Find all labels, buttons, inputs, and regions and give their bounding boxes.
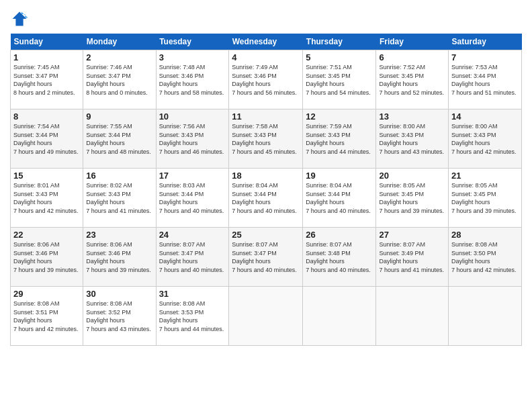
table-row [376, 287, 449, 346]
daylight-label: Daylight hours [379, 258, 418, 265]
calendar-week-row: 29 Sunrise: 8:08 AM Sunset: 3:51 PM Dayl… [11, 287, 522, 346]
table-row: 20 Sunrise: 8:05 AM Sunset: 3:45 PM Dayl… [376, 169, 449, 228]
day-info: Sunrise: 7:59 AM Sunset: 3:43 PM Dayligh… [306, 122, 373, 156]
sunset-label: Sunset: 3:45 PM [379, 73, 424, 79]
day-info: Sunrise: 8:03 AM Sunset: 3:44 PM Dayligh… [159, 181, 226, 215]
logo-icon [10, 9, 29, 28]
sunset-label: Sunset: 3:45 PM [451, 191, 496, 197]
sunset-label: Sunset: 3:43 PM [13, 191, 58, 197]
day-number: 19 [306, 171, 373, 181]
sunset-label: Sunset: 3:46 PM [13, 250, 58, 257]
sunrise-label: Sunrise: 8:07 AM [232, 241, 278, 248]
calendar-week-row: 22 Sunrise: 8:06 AM Sunset: 3:46 PM Dayl… [11, 228, 522, 287]
day-info: Sunrise: 8:00 AM Sunset: 3:43 PM Dayligh… [451, 122, 519, 156]
day-info: Sunrise: 8:08 AM Sunset: 3:51 PM Dayligh… [13, 300, 80, 333]
sunset-label: Sunset: 3:53 PM [159, 309, 204, 316]
sunrise-label: Sunrise: 7:55 AM [86, 123, 132, 130]
sunrise-label: Sunrise: 8:08 AM [86, 300, 132, 307]
daylight-value: 7 hours and 48 minutes. [86, 148, 151, 155]
table-row: 7 Sunrise: 7:53 AM Sunset: 3:44 PM Dayli… [449, 50, 522, 109]
table-row: 10 Sunrise: 7:56 AM Sunset: 3:43 PM Dayl… [156, 109, 229, 169]
day-info: Sunrise: 8:05 AM Sunset: 3:45 PM Dayligh… [379, 181, 445, 215]
daylight-value: 7 hours and 41 minutes. [86, 208, 151, 214]
day-info: Sunrise: 7:54 AM Sunset: 3:44 PM Dayligh… [13, 122, 80, 156]
sunset-label: Sunset: 3:43 PM [451, 132, 496, 138]
day-number: 2 [86, 52, 152, 62]
daylight-label: Daylight hours [13, 317, 52, 324]
sunrise-label: Sunrise: 7:51 AM [306, 64, 352, 71]
daylight-value: 7 hours and 58 minutes. [159, 89, 224, 96]
day-number: 13 [379, 111, 445, 122]
day-number: 8 [13, 111, 80, 122]
sunset-label: Sunset: 3:43 PM [159, 132, 204, 138]
sunset-label: Sunset: 3:50 PM [451, 250, 496, 257]
sunrise-label: Sunrise: 8:00 AM [379, 123, 425, 130]
day-number: 29 [13, 289, 80, 299]
table-row: 8 Sunrise: 7:54 AM Sunset: 3:44 PM Dayli… [11, 109, 83, 169]
daylight-label: Daylight hours [86, 199, 125, 205]
day-info: Sunrise: 7:51 AM Sunset: 3:45 PM Dayligh… [306, 63, 373, 97]
day-number: 22 [13, 230, 80, 240]
table-row: 24 Sunrise: 8:07 AM Sunset: 3:47 PM Dayl… [156, 228, 229, 287]
sunrise-label: Sunrise: 7:48 AM [159, 64, 206, 71]
daylight-label: Daylight hours [86, 317, 125, 324]
daylight-value: 7 hours and 40 minutes. [232, 267, 297, 273]
day-info: Sunrise: 8:07 AM Sunset: 3:47 PM Dayligh… [232, 240, 300, 274]
daylight-value: 7 hours and 39 minutes. [13, 267, 79, 273]
sunrise-label: Sunrise: 8:04 AM [232, 182, 278, 189]
daylight-label: Daylight hours [13, 258, 52, 265]
sunrise-label: Sunrise: 7:58 AM [232, 123, 278, 130]
sunset-label: Sunset: 3:43 PM [232, 132, 277, 138]
sunrise-label: Sunrise: 7:45 AM [13, 64, 60, 71]
day-number: 27 [379, 230, 445, 240]
daylight-label: Daylight hours [159, 317, 198, 324]
sunrise-label: Sunrise: 8:05 AM [379, 182, 425, 189]
table-row: 12 Sunrise: 7:59 AM Sunset: 3:43 PM Dayl… [303, 109, 376, 169]
day-number: 28 [451, 230, 519, 240]
day-number: 10 [159, 111, 226, 122]
daylight-value: 7 hours and 40 minutes. [306, 208, 371, 214]
sunrise-label: Sunrise: 8:04 AM [306, 182, 352, 189]
day-info: Sunrise: 7:45 AM Sunset: 3:47 PM Dayligh… [13, 63, 80, 97]
daylight-value: 7 hours and 51 minutes. [451, 89, 517, 96]
table-row: 18 Sunrise: 8:04 AM Sunset: 3:44 PM Dayl… [229, 169, 303, 228]
day-number: 31 [159, 289, 226, 299]
sunset-label: Sunset: 3:49 PM [379, 250, 424, 257]
day-number: 17 [159, 171, 226, 181]
daylight-value: 7 hours and 40 minutes. [159, 208, 224, 214]
sunset-label: Sunset: 3:43 PM [379, 132, 424, 138]
day-info: Sunrise: 7:49 AM Sunset: 3:46 PM Dayligh… [232, 63, 300, 97]
calendar-week-row: 1 Sunrise: 7:45 AM Sunset: 3:47 PM Dayli… [11, 50, 522, 109]
daylight-label: Daylight hours [232, 81, 271, 87]
sunset-label: Sunset: 3:47 PM [232, 250, 277, 257]
calendar-table: Sunday Monday Tuesday Wednesday Thursday… [10, 34, 522, 346]
table-row: 1 Sunrise: 7:45 AM Sunset: 3:47 PM Dayli… [11, 50, 83, 109]
sunrise-label: Sunrise: 7:59 AM [306, 123, 352, 130]
day-number: 4 [232, 52, 300, 62]
day-info: Sunrise: 8:04 AM Sunset: 3:44 PM Dayligh… [232, 181, 300, 215]
table-row: 27 Sunrise: 8:07 AM Sunset: 3:49 PM Dayl… [376, 228, 449, 287]
col-sunday: Sunday [11, 34, 83, 50]
sunset-label: Sunset: 3:46 PM [232, 73, 277, 79]
day-number: 9 [86, 111, 152, 122]
sunrise-label: Sunrise: 8:00 AM [451, 123, 498, 130]
sunset-label: Sunset: 3:47 PM [159, 250, 204, 257]
day-info: Sunrise: 8:04 AM Sunset: 3:44 PM Dayligh… [306, 181, 373, 215]
day-info: Sunrise: 8:07 AM Sunset: 3:47 PM Dayligh… [159, 240, 226, 274]
table-row: 13 Sunrise: 8:00 AM Sunset: 3:43 PM Dayl… [376, 109, 449, 169]
daylight-label: Daylight hours [86, 258, 125, 265]
daylight-value: 7 hours and 42 minutes. [13, 326, 79, 332]
daylight-label: Daylight hours [159, 81, 198, 87]
col-wednesday: Wednesday [229, 34, 303, 50]
sunset-label: Sunset: 3:44 PM [451, 73, 496, 79]
daylight-value: 7 hours and 41 minutes. [379, 267, 444, 273]
day-info: Sunrise: 8:01 AM Sunset: 3:43 PM Dayligh… [13, 181, 80, 215]
day-number: 11 [232, 111, 300, 122]
table-row: 21 Sunrise: 8:05 AM Sunset: 3:45 PM Dayl… [449, 169, 522, 228]
day-info: Sunrise: 8:06 AM Sunset: 3:46 PM Dayligh… [13, 240, 80, 274]
sunset-label: Sunset: 3:43 PM [306, 132, 351, 138]
daylight-label: Daylight hours [451, 258, 490, 265]
table-row: 4 Sunrise: 7:49 AM Sunset: 3:46 PM Dayli… [229, 50, 303, 109]
daylight-label: Daylight hours [232, 199, 271, 205]
sunset-label: Sunset: 3:44 PM [13, 132, 58, 138]
